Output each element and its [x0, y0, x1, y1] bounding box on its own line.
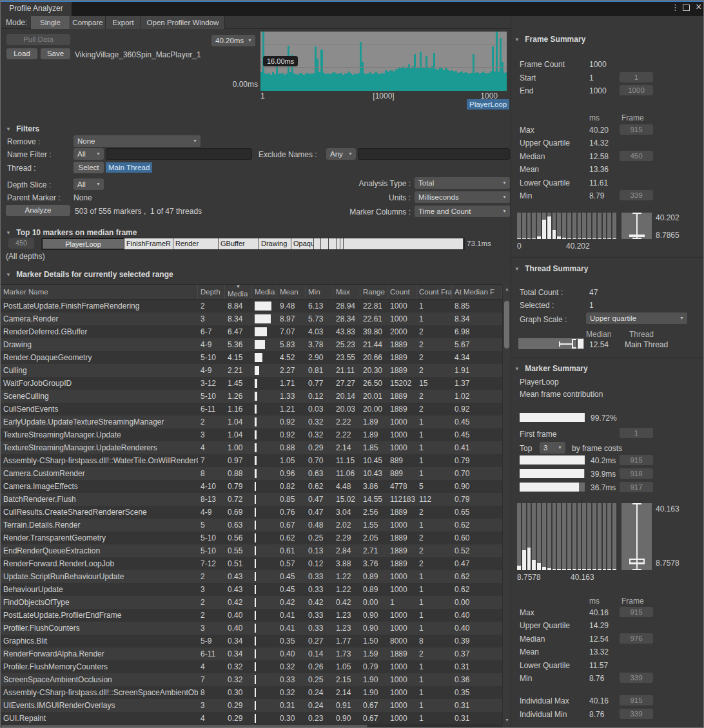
first-frame-button[interactable]: 1: [620, 428, 653, 438]
top10-header[interactable]: ▼ Top 10 markers on median frame: [6, 228, 137, 237]
horizontal-scrollbar[interactable]: [1, 724, 502, 728]
frame-jump-button[interactable]: 918: [620, 468, 653, 479]
top10-segment-drawing[interactable]: Drawing: [259, 238, 291, 249]
top10-segment-opaqu[interactable]: Opaqu: [291, 238, 314, 249]
top10-segment-finishframer[interactable]: FinishFrameR: [124, 238, 173, 249]
table-row[interactable]: Assembly-CSharp-firstpass.dll!::WaterTil…: [1, 454, 502, 467]
table-row[interactable]: PostLateUpdate.ProfilerEndFrame20.400.41…: [1, 609, 502, 622]
mode-button-single[interactable]: Single: [31, 16, 70, 29]
table-row[interactable]: EarlyUpdate.UpdateTextureStreamingManage…: [1, 416, 502, 428]
scrollbar-thumb[interactable]: [1, 725, 367, 727]
analysis-type-dropdown[interactable]: Total ▼: [415, 177, 510, 189]
top10-segment-render[interactable]: Render: [173, 238, 219, 249]
units-dropdown[interactable]: Milliseconds ▼: [415, 191, 510, 203]
table-row[interactable]: Camera.Render38.348.975.7328.3422.611000…: [1, 312, 502, 325]
table-row[interactable]: Profiler.FlushCounters30.400.410.331.230…: [1, 622, 502, 635]
median-frame-badge[interactable]: 450: [8, 238, 34, 249]
marker-details-header[interactable]: ▼ Marker Details for currently selected …: [6, 270, 173, 279]
column-header-count-fra[interactable]: Count Fra: [416, 285, 452, 299]
table-row[interactable]: Update.ScriptRunBehaviourUpdate20.430.45…: [1, 570, 502, 583]
close-icon[interactable]: ×: [696, 1, 701, 13]
remove-dropdown[interactable]: None ▼: [73, 135, 200, 147]
top10-segment-gbuffer[interactable]: GBuffer: [219, 238, 259, 249]
table-row[interactable]: RenderForward.RenderLoopJob7-120.510.570…: [1, 557, 502, 570]
mode-button-export[interactable]: Export: [106, 16, 141, 29]
frame-jump-button[interactable]: 915: [620, 124, 653, 135]
mode-button-open-profiler-window[interactable]: Open Profiler Window: [141, 16, 225, 29]
column-header-media[interactable]: ▼Media: [225, 285, 252, 299]
frame-jump-button[interactable]: 917: [620, 482, 653, 492]
top10-segment[interactable]: [329, 238, 337, 249]
frame-jump-button[interactable]: 339: [620, 190, 653, 200]
table-row[interactable]: Camera.CustomRender80.880.960.6311.0610.…: [1, 467, 502, 480]
table-row[interactable]: Camera.ImageEffects4-100.790.820.624.483…: [1, 480, 502, 493]
table-row[interactable]: BatchRenderer.Flush8-130.720.850.4715.02…: [1, 493, 502, 506]
table-row[interactable]: Profiler.FlushMemoryCounters40.320.320.2…: [1, 660, 502, 673]
frame-jump-button[interactable]: 1000: [620, 85, 653, 95]
thread-summary-header[interactable]: ▼ Thread Summary: [514, 264, 588, 273]
frame-jump-button[interactable]: 915: [620, 695, 653, 705]
analyze-button[interactable]: Analyze: [6, 205, 70, 216]
table-row[interactable]: Render.TransparentGeometry5-100.560.620.…: [1, 532, 502, 544]
column-header-depth[interactable]: Depth: [198, 285, 225, 299]
depth-slice-dropdown[interactable]: All ▼: [73, 178, 104, 190]
top-n-dropdown[interactable]: 3 ▼: [540, 442, 565, 454]
mode-button-compare[interactable]: Compare: [70, 16, 106, 29]
table-row[interactable]: RenderForwardAlpha.Render6-110.340.400.1…: [1, 647, 502, 660]
table-row[interactable]: TextureStreamingManager.UpdateRenderers4…: [1, 441, 502, 454]
top10-segment[interactable]: [344, 238, 463, 249]
maximize-icon[interactable]: [683, 5, 690, 11]
table-row[interactable]: Assembly-CSharp-firstpass.dll!::ScreenSp…: [1, 686, 502, 699]
frame-summary-header[interactable]: ▼ Frame Summary: [514, 35, 585, 44]
frame-timeline-chart[interactable]: 16.00ms: [260, 32, 507, 91]
filters-header[interactable]: ▼ Filters: [6, 124, 39, 133]
table-row[interactable]: RenderDeferred.GBuffer6-76.477.074.0343.…: [1, 325, 502, 338]
column-header-count[interactable]: Count: [387, 285, 416, 299]
table-row[interactable]: EndRenderQueueExtraction5-100.550.610.13…: [1, 544, 502, 557]
column-header-min[interactable]: Min: [306, 285, 333, 299]
column-header-max[interactable]: Max: [333, 285, 360, 299]
name-filter-input[interactable]: [106, 148, 252, 160]
graph-scale-dropdown[interactable]: Upper quartile ▼: [586, 312, 687, 324]
load-button[interactable]: Load: [6, 48, 37, 59]
column-header-mean[interactable]: Mean: [277, 285, 306, 299]
frame-jump-button[interactable]: 339: [620, 673, 653, 683]
marker-summary-header[interactable]: ▼ Marker Summary: [514, 364, 588, 373]
selected-marker-chip[interactable]: PlayerLoop: [467, 99, 509, 110]
table-row[interactable]: CullSendEvents6-111.161.210.0320.0320.00…: [1, 403, 502, 416]
table-row[interactable]: Drawing4-95.365.833.7825.2321.44188925.6…: [1, 338, 502, 351]
table-row[interactable]: WaitForJobGroupID3-121.451.710.7727.2726…: [1, 377, 502, 390]
thread-select-button[interactable]: Select: [73, 162, 104, 173]
table-row[interactable]: BehaviourUpdate30.430.450.331.220.891000…: [1, 583, 502, 596]
table-row[interactable]: Graphics.Blit5-90.340.350.271.771.508000…: [1, 635, 502, 647]
frame-scale-dropdown[interactable]: 40.20ms ▼: [211, 35, 255, 46]
tab-profile-analyzer[interactable]: Profile Analyzer: [1, 1, 72, 16]
frame-jump-button[interactable]: 976: [620, 633, 653, 644]
frame-jump-button[interactable]: 1: [620, 72, 653, 82]
column-header-media[interactable]: Media: [252, 285, 277, 299]
vertical-scrollbar[interactable]: ▲ ▼: [502, 284, 511, 725]
table-row[interactable]: Culling4-92.212.270.8121.1120.30188921.9…: [1, 364, 502, 377]
marker-columns-dropdown[interactable]: Time and Count ▼: [415, 206, 510, 217]
kebab-menu-icon[interactable]: ⋮: [671, 3, 680, 12]
table-row[interactable]: UIEvents.IMGUIRenderOverlays30.290.310.2…: [1, 699, 502, 712]
table-row[interactable]: SceneCulling5-101.261.330.1220.1420.0118…: [1, 390, 502, 403]
table-row[interactable]: ScreenSpaceAmbientOcclusion70.320.330.25…: [1, 673, 502, 686]
top10-segment[interactable]: [314, 238, 321, 249]
pull-data-button[interactable]: Pull Data: [6, 34, 70, 45]
frame-jump-button[interactable]: 450: [620, 151, 653, 161]
scrollbar-thumb[interactable]: [504, 301, 509, 349]
exclude-names-input[interactable]: [358, 148, 510, 160]
exclude-mode-dropdown[interactable]: Any ▼: [326, 148, 356, 160]
thread-selection-chip[interactable]: Main Thread: [106, 162, 152, 173]
column-header-marker-name[interactable]: Marker Name: [1, 285, 198, 299]
name-filter-mode-dropdown[interactable]: All ▼: [73, 148, 104, 160]
frame-jump-button[interactable]: 915: [620, 607, 653, 617]
top10-segment-playerloop[interactable]: PlayerLoop: [42, 238, 124, 249]
frame-jump-button[interactable]: 339: [620, 709, 653, 719]
table-row[interactable]: FindObjectsOfType20.420.420.420.420.0011…: [1, 596, 502, 609]
table-row[interactable]: Terrain.Details.Render50.630.670.482.021…: [1, 519, 502, 532]
table-row[interactable]: Render.OpaqueGeometry5-104.154.522.9023.…: [1, 351, 502, 364]
table-row[interactable]: PostLateUpdate.FinishFrameRendering28.84…: [1, 300, 502, 312]
thread-name[interactable]: Main Thread: [625, 340, 668, 349]
